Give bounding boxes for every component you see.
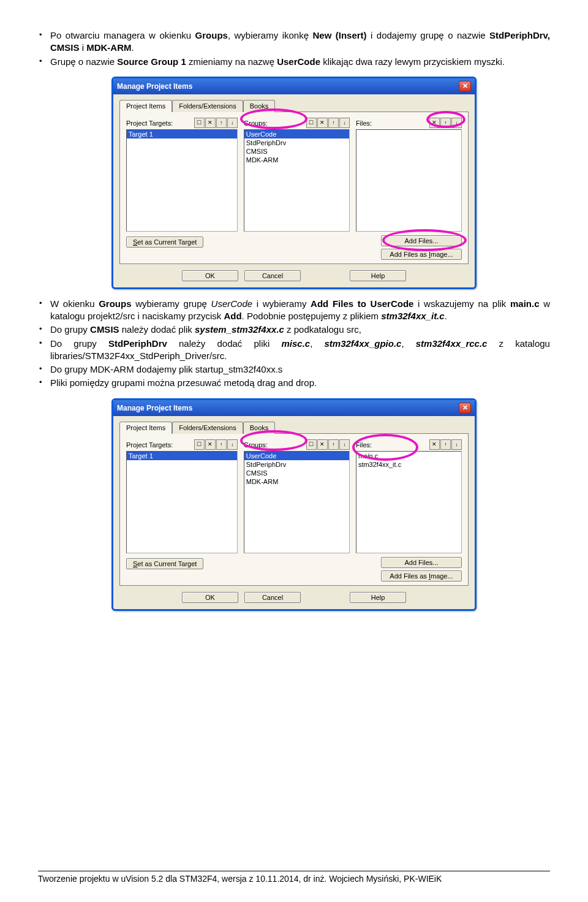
- panel: Project Targets: ☐ ✕ ↑ ↓ Target 1 Set as…: [119, 112, 469, 264]
- list-item[interactable]: StdPeriphDrv: [244, 460, 349, 469]
- manage-project-items-dialog-2: Manage Project Items ✕ Project Items Fol…: [111, 398, 477, 611]
- new-icon[interactable]: ☐: [306, 118, 317, 128]
- help-button[interactable]: Help: [350, 592, 406, 603]
- cancel-button[interactable]: Cancel: [244, 270, 301, 281]
- files-listbox[interactable]: main.c stm32f4xx_it.c: [356, 451, 462, 553]
- add-files-image-button[interactable]: Add Files as Image...: [381, 249, 462, 260]
- list-item[interactable]: Target 1: [127, 130, 237, 138]
- set-current-target-button[interactable]: Set as Current Target: [126, 558, 203, 569]
- paragraph-2-list: W okienku Groups wybieramy grupę UserCod…: [38, 298, 550, 390]
- tab-project-items[interactable]: Project Items: [119, 100, 172, 112]
- files-listbox[interactable]: [356, 129, 462, 232]
- delete-icon[interactable]: ✕: [317, 118, 328, 128]
- tab-books[interactable]: Books: [243, 100, 276, 112]
- paragraph-1-list: Po otwarciu managera w okienku Groups, w…: [38, 29, 550, 68]
- down-icon[interactable]: ↓: [227, 439, 238, 450]
- col-files-label: Files:: [356, 119, 372, 127]
- down-icon[interactable]: ↓: [339, 118, 350, 128]
- tabs: Project Items Folders/Extensions Books: [113, 94, 475, 112]
- targets-listbox[interactable]: Target 1: [126, 129, 238, 232]
- toolbar-files: ✕ ↑ ↓: [429, 439, 462, 450]
- toolbar-files: ✕ ↑ ↓: [429, 118, 462, 128]
- col-files-label: Files:: [356, 441, 372, 449]
- bullet-item: Do grupy StdPeriphDrv należy dodać pliki…: [38, 338, 550, 363]
- list-item[interactable]: CMSIS: [244, 469, 349, 477]
- targets-listbox[interactable]: Target 1: [126, 451, 238, 553]
- new-icon[interactable]: ☐: [306, 439, 317, 450]
- delete-icon[interactable]: ✕: [429, 439, 440, 450]
- toolbar-groups: ☐ ✕ ↑ ↓: [306, 118, 350, 128]
- tab-books[interactable]: Books: [243, 422, 276, 434]
- tab-project-items[interactable]: Project Items: [119, 422, 172, 434]
- bullet-item: Do grupy MDK-ARM dodajemy plik startup_s…: [38, 363, 550, 376]
- dialog-buttons: OK Cancel Help: [113, 269, 475, 287]
- up-icon[interactable]: ↑: [328, 118, 339, 128]
- down-icon[interactable]: ↓: [451, 439, 462, 450]
- panel: Project Targets: ☐ ✕ ↑ ↓ Target 1 Set as…: [119, 433, 469, 586]
- toolbar-groups: ☐ ✕ ↑ ↓: [306, 439, 350, 450]
- delete-icon[interactable]: ✕: [317, 439, 328, 450]
- down-icon[interactable]: ↓: [451, 118, 462, 128]
- close-icon[interactable]: ✕: [459, 403, 471, 414]
- col-targets-label: Project Targets:: [126, 119, 173, 127]
- dialog-title: Manage Project Items: [117, 404, 192, 412]
- list-item[interactable]: MDK-ARM: [244, 156, 349, 164]
- manage-project-items-dialog-1: Manage Project Items ✕ Project Items Fol…: [111, 77, 477, 289]
- dialog-buttons: OK Cancel Help: [113, 591, 475, 609]
- add-files-button[interactable]: Add Files...: [381, 557, 462, 568]
- cancel-button[interactable]: Cancel: [244, 592, 301, 603]
- list-item[interactable]: CMSIS: [244, 147, 349, 156]
- groups-listbox[interactable]: UserCode StdPeriphDrv CMSIS MDK-ARM: [244, 129, 350, 232]
- bullet-item: Grupę o nazwie Source Group 1 zmieniamy …: [38, 56, 550, 68]
- groups-listbox[interactable]: UserCode StdPeriphDrv CMSIS MDK-ARM: [244, 451, 350, 553]
- col-groups-label: Groups:: [244, 441, 268, 449]
- set-current-target-button[interactable]: Set as Current Target: [126, 237, 203, 248]
- up-icon[interactable]: ↑: [216, 439, 227, 450]
- delete-icon[interactable]: ✕: [429, 118, 440, 128]
- tab-folders-extensions[interactable]: Folders/Extensions: [172, 100, 243, 112]
- list-item[interactable]: UserCode: [244, 130, 349, 138]
- down-icon[interactable]: ↓: [339, 439, 350, 450]
- up-icon[interactable]: ↑: [328, 439, 339, 450]
- help-button[interactable]: Help: [350, 270, 406, 281]
- ok-button[interactable]: OK: [182, 592, 238, 603]
- bullet-item: W okienku Groups wybieramy grupę UserCod…: [38, 298, 550, 323]
- col-targets-label: Project Targets:: [126, 441, 173, 449]
- delete-icon[interactable]: ✕: [205, 439, 216, 450]
- list-item[interactable]: MDK-ARM: [244, 477, 349, 486]
- add-files-image-button[interactable]: Add Files as Image...: [381, 570, 462, 582]
- col-groups-label: Groups:: [244, 119, 268, 127]
- up-icon[interactable]: ↑: [440, 439, 451, 450]
- toolbar-targets: ☐ ✕ ↑ ↓: [194, 118, 238, 128]
- ok-button[interactable]: OK: [182, 270, 238, 281]
- titlebar: Manage Project Items ✕: [113, 400, 475, 416]
- toolbar-targets: ☐ ✕ ↑ ↓: [194, 439, 238, 450]
- new-icon[interactable]: ☐: [194, 118, 205, 128]
- list-item[interactable]: stm32f4xx_it.c: [356, 460, 461, 469]
- page-footer: Tworzenie projektu w uVision 5.2 dla STM…: [38, 871, 550, 884]
- list-item[interactable]: main.c: [356, 452, 461, 460]
- bullet-item: Do grupy CMSIS należy dodać plik system_…: [38, 324, 550, 336]
- bullet-item: Po otwarciu managera w okienku Groups, w…: [38, 29, 550, 55]
- list-item[interactable]: StdPeriphDrv: [244, 138, 349, 147]
- down-icon[interactable]: ↓: [227, 118, 238, 128]
- tab-folders-extensions[interactable]: Folders/Extensions: [172, 422, 243, 434]
- dialog-title: Manage Project Items: [117, 82, 192, 91]
- add-files-button[interactable]: Add Files...: [381, 235, 462, 246]
- set-target-text: et as Current Target: [137, 238, 197, 246]
- titlebar: Manage Project Items ✕: [113, 78, 475, 94]
- close-icon[interactable]: ✕: [459, 81, 471, 92]
- up-icon[interactable]: ↑: [216, 118, 227, 128]
- up-icon[interactable]: ↑: [440, 118, 451, 128]
- tabs: Project Items Folders/Extensions Books: [113, 416, 475, 433]
- delete-icon[interactable]: ✕: [205, 118, 216, 128]
- list-item[interactable]: UserCode: [244, 452, 349, 460]
- list-item[interactable]: Target 1: [127, 452, 237, 460]
- bullet-item: Pliki pomiędzy grupami można przesuwać m…: [38, 377, 550, 389]
- new-icon[interactable]: ☐: [194, 439, 205, 450]
